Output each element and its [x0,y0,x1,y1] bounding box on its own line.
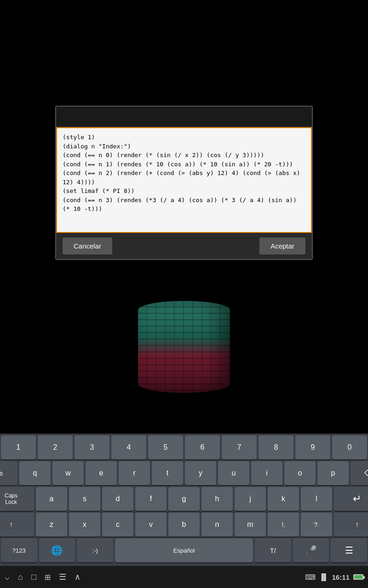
key-z[interactable]: z [36,513,67,537]
nav-buttons: ⌵ ⌂ □ ⊞ ☰ ∧ [5,572,80,582]
shift-right-button[interactable]: ↑ [334,513,368,537]
keyboard-icon: ⌨ [305,573,316,582]
key-k[interactable]: k [268,487,299,511]
key-1[interactable]: 1 [1,435,36,459]
dialog: (style 1) (dialog n "Index:") (cond (== … [55,106,313,260]
3d-shape [138,301,230,393]
nav-down-icon[interactable]: ⌵ [5,572,10,582]
key-t[interactable]: t [152,461,183,485]
key-j[interactable]: j [235,487,266,511]
signal-icon: ▐▌ [319,573,328,581]
keyboard-row-zxcv: ↑ z x c v b n m !, ?. ↑ [1,513,367,537]
key-q[interactable]: q [19,461,51,485]
key-5[interactable]: 5 [148,435,183,459]
nav-menu-icon[interactable]: ☰ [59,572,66,582]
key-r[interactable]: r [119,461,150,485]
key-v[interactable]: v [135,513,167,537]
key-e[interactable]: e [86,461,117,485]
nav-home-icon[interactable]: ⌂ [18,572,23,582]
key-h[interactable]: h [201,487,233,511]
key-m[interactable]: m [235,513,266,537]
symbols-button[interactable]: ?123 [1,538,37,562]
key-3[interactable]: 3 [75,435,109,459]
key-d[interactable]: d [102,487,133,511]
key-question[interactable]: ?. [301,513,332,537]
key-b[interactable]: b [168,513,200,537]
key-f[interactable]: f [135,487,167,511]
accept-button[interactable]: Aceptar [259,237,305,254]
key-w[interactable]: w [52,461,84,485]
time-display: 16:11 [332,573,350,581]
key-l[interactable]: l [301,487,332,511]
key-8[interactable]: 8 [259,435,293,459]
key-y[interactable]: y [185,461,216,485]
key-2[interactable]: 2 [38,435,73,459]
backspace-button[interactable]: ⌫ [351,461,368,485]
space-button[interactable]: Español [115,538,253,562]
key-p[interactable]: p [317,461,349,485]
smiley-button[interactable]: :-) [77,538,113,562]
keyboard: 1 2 3 4 5 6 7 8 9 0 Tab q w e r t y u i … [0,434,368,566]
globe-button[interactable]: 🌐 [39,538,75,562]
status-bar: ⌵ ⌂ □ ⊞ ☰ ∧ ⌨ ▐▌ 16:11 [0,566,368,588]
key-tab[interactable]: Tab [0,461,17,485]
nav-recents-icon[interactable]: □ [31,572,36,582]
format-button[interactable]: T/ [255,538,291,562]
key-4[interactable]: 4 [111,435,146,459]
mic-button[interactable]: 🎤 [293,538,329,562]
battery-icon [353,574,363,580]
cancel-button[interactable]: Cancelar [63,237,112,254]
nav-up-icon[interactable]: ∧ [75,572,80,582]
dialog-buttons: Cancelar Aceptar [56,233,312,259]
key-0[interactable]: 0 [332,435,367,459]
enter-button[interactable]: ↵ [334,487,368,511]
menu-button[interactable]: ☰ [331,538,367,562]
key-c[interactable]: c [102,513,133,537]
keyboard-row-bottom: ?123 🌐 :-) Español T/ 🎤 ☰ [1,538,367,562]
key-6[interactable]: 6 [185,435,220,459]
key-g[interactable]: g [168,487,200,511]
key-i[interactable]: i [251,461,282,485]
key-s[interactable]: s [69,487,100,511]
keyboard-row-qwerty: Tab q w e r t y u i o p ⌫ [1,461,367,485]
cylinder [138,301,230,393]
key-x[interactable]: x [69,513,100,537]
dialog-title-bar [56,107,312,127]
keyboard-row-asdf: CapsLock a s d f g h j k l ↵ [1,487,367,511]
key-exclaim[interactable]: !, [268,513,299,537]
dialog-text-area[interactable]: (style 1) (dialog n "Index:") (cond (== … [56,127,312,233]
status-indicators: ⌨ ▐▌ 16:11 [305,573,363,582]
key-a[interactable]: a [36,487,67,511]
shift-left-button[interactable]: ↑ [0,513,34,537]
nav-qr-icon[interactable]: ⊞ [45,573,51,582]
key-o[interactable]: o [284,461,316,485]
key-9[interactable]: 9 [295,435,330,459]
keyboard-row-numbers: 1 2 3 4 5 6 7 8 9 0 [1,435,367,459]
render-area [0,285,368,409]
caps-lock-button[interactable]: CapsLock [0,487,34,511]
key-n[interactable]: n [201,513,233,537]
key-7[interactable]: 7 [222,435,257,459]
key-u[interactable]: u [218,461,249,485]
